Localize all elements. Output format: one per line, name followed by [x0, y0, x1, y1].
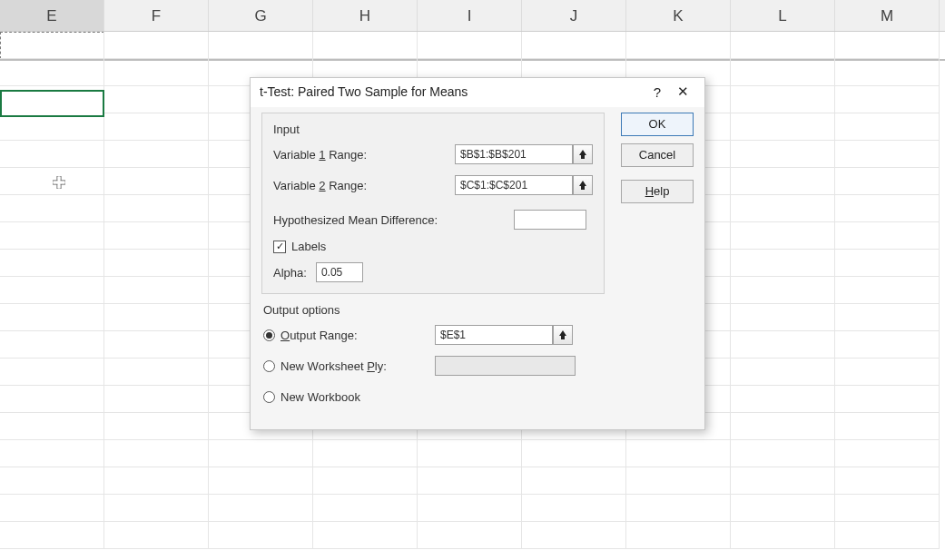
- new-workbook-radio[interactable]: New Workbook: [263, 386, 603, 408]
- input-group: Input Variable 1 Range: Variable 2 Range: [261, 113, 605, 294]
- dialog-buttons: OK Cancel Help: [621, 113, 694, 417]
- alpha-input[interactable]: [316, 262, 363, 282]
- col-header-K[interactable]: K: [626, 0, 731, 31]
- dialog-title: t-Test: Paired Two Sample for Means: [260, 84, 645, 99]
- collapse-icon: [557, 329, 568, 340]
- new-workbook-label: New Workbook: [281, 390, 360, 404]
- dialog-titlebar[interactable]: t-Test: Paired Two Sample for Means ? ✕: [251, 78, 704, 107]
- var1-ref-button[interactable]: [573, 144, 593, 164]
- var2-ref-button[interactable]: [573, 175, 593, 195]
- new-worksheet-radio[interactable]: New Worksheet Ply:: [263, 355, 603, 377]
- help-button[interactable]: Help: [621, 180, 694, 203]
- var2-range-input[interactable]: [455, 175, 573, 195]
- col-header-E[interactable]: E: [0, 0, 104, 31]
- output-range-label: Output Range:: [281, 329, 435, 342]
- col-header-M[interactable]: M: [835, 0, 940, 31]
- var1-range-input[interactable]: [455, 144, 573, 164]
- collapse-icon: [577, 149, 588, 160]
- output-group: Output options Output Range:: [261, 303, 605, 408]
- column-headers: E F G H I J K L M: [0, 0, 945, 32]
- col-header-H[interactable]: H: [313, 0, 418, 31]
- input-group-title: Input: [273, 123, 593, 136]
- close-icon[interactable]: ✕: [670, 84, 695, 100]
- cancel-button[interactable]: Cancel: [621, 143, 694, 167]
- col-header-F[interactable]: F: [104, 0, 209, 31]
- new-worksheet-input[interactable]: [435, 356, 576, 376]
- labels-checkbox-label: Labels: [291, 240, 326, 253]
- ttest-dialog: t-Test: Paired Two Sample for Means ? ✕ …: [250, 77, 705, 430]
- hyp-mean-input[interactable]: [514, 210, 586, 230]
- ok-button[interactable]: OK: [621, 113, 694, 136]
- var2-label: Variable 2 Range:: [273, 179, 455, 192]
- output-range-radio[interactable]: Output Range:: [263, 324, 603, 346]
- col-header-L[interactable]: L: [731, 0, 835, 31]
- hyp-mean-label: Hypothesized Mean Difference:: [273, 213, 514, 227]
- radio-unselected-icon: [263, 391, 275, 403]
- collapse-icon: [577, 180, 588, 191]
- output-group-title: Output options: [263, 303, 603, 317]
- output-ref-button[interactable]: [553, 325, 573, 345]
- col-header-I[interactable]: I: [418, 0, 522, 31]
- col-header-G[interactable]: G: [209, 0, 313, 31]
- radio-unselected-icon: [263, 360, 275, 372]
- help-icon[interactable]: ?: [645, 84, 670, 100]
- var1-label: Variable 1 Range:: [273, 148, 455, 162]
- new-worksheet-label: New Worksheet Ply:: [281, 359, 435, 373]
- radio-selected-icon: [263, 329, 275, 341]
- labels-checkbox[interactable]: ✓ Labels: [273, 240, 593, 253]
- alpha-label: Alpha:: [273, 266, 307, 280]
- checkmark-icon: ✓: [273, 241, 286, 253]
- col-header-J[interactable]: J: [522, 0, 626, 31]
- output-range-input[interactable]: [435, 325, 553, 345]
